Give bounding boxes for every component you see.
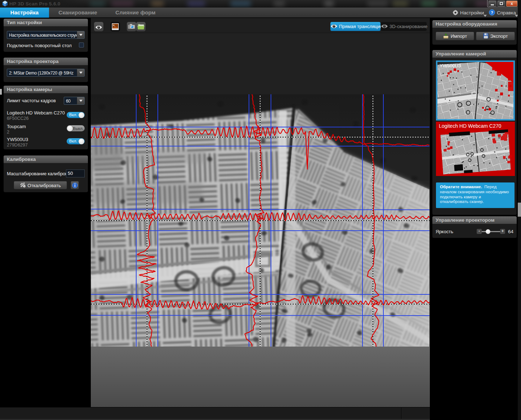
svg-text:Logitech HD Webcam C270: Logitech HD Webcam C270: [439, 123, 501, 129]
svg-text:?: ?: [491, 10, 493, 15]
svg-text:YW500U3: YW500U3: [440, 63, 461, 68]
